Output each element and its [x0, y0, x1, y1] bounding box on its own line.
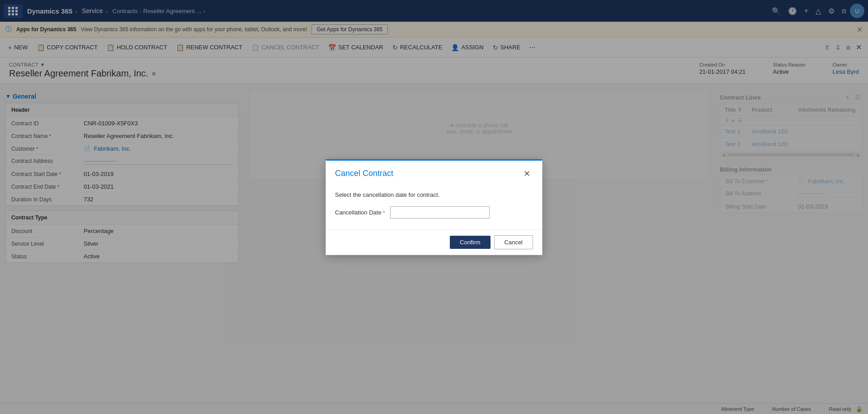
modal-header: Cancel Contract ✕ — [326, 161, 542, 184]
cancellation-date-field: Cancellation Date * — [335, 206, 533, 219]
modal-body: Select the cancellation date for contrac… — [326, 184, 542, 229]
cancellation-date-input[interactable] — [390, 206, 490, 219]
modal-cancel-button[interactable]: Cancel — [494, 235, 533, 249]
modal-footer: Confirm Cancel — [326, 229, 542, 255]
modal-description: Select the cancellation date for contrac… — [335, 191, 533, 198]
modal-overlay: Cancel Contract ✕ Select the cancellatio… — [0, 0, 868, 412]
cancel-contract-modal: Cancel Contract ✕ Select the cancellatio… — [326, 159, 542, 255]
cancellation-date-label: Cancellation Date * — [335, 209, 385, 216]
modal-title: Cancel Contract — [335, 169, 393, 178]
confirm-button[interactable]: Confirm — [450, 236, 491, 249]
modal-close-button[interactable]: ✕ — [521, 168, 533, 180]
